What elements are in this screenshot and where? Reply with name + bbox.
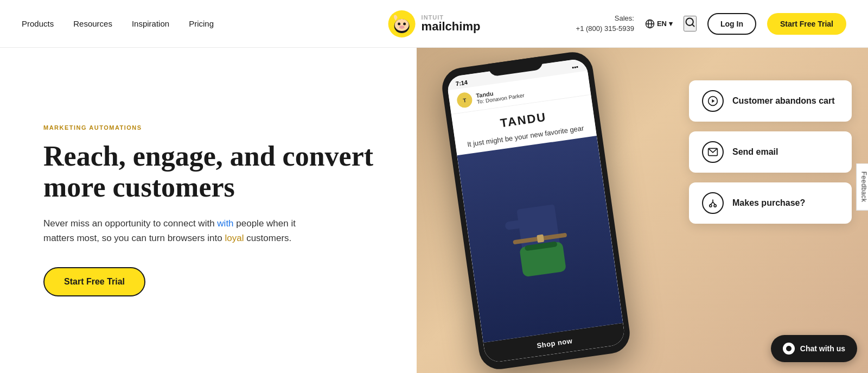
play-circle-icon bbox=[707, 96, 718, 106]
automation-card-purchase[interactable]: Makes purchase? bbox=[689, 182, 852, 224]
search-button[interactable] bbox=[684, 16, 697, 31]
svg-point-2 bbox=[395, 19, 409, 31]
email-meta: Tandu To: Donavon Parker bbox=[476, 86, 525, 105]
envelope-icon bbox=[707, 147, 718, 157]
nav-resources[interactable]: Resources bbox=[73, 19, 112, 28]
hero-heading: Reach, engage, and convert more customer… bbox=[43, 141, 384, 203]
sales-info: Sales: +1 (800) 315-5939 bbox=[576, 14, 634, 33]
mailchimp-logo-icon bbox=[388, 10, 416, 38]
card-email-label: Send email bbox=[732, 147, 778, 157]
tandu-brand: TANDU bbox=[500, 110, 547, 131]
logo-text: INTUIT mailchimp bbox=[422, 15, 481, 33]
nav-products[interactable]: Products bbox=[22, 19, 54, 28]
lang-label: EN bbox=[657, 20, 667, 28]
main-nav: Products Resources Inspiration Pricing bbox=[22, 19, 214, 28]
nav-inspiration[interactable]: Inspiration bbox=[132, 19, 169, 28]
nav-pricing[interactable]: Pricing bbox=[189, 19, 214, 28]
hero-left-panel: MARKETING AUTOMATIONS Reach, engage, and… bbox=[0, 48, 417, 373]
svg-point-4 bbox=[403, 22, 406, 25]
automation-cards: Customer abandons cart Send email bbox=[689, 80, 852, 224]
feedback-tab[interactable]: Feedback bbox=[857, 163, 868, 210]
lang-chevron-icon: ▾ bbox=[669, 20, 673, 28]
email-avatar: T bbox=[456, 92, 474, 109]
chat-dot-inner bbox=[786, 346, 792, 351]
sales-label: Sales: bbox=[576, 14, 634, 23]
svg-point-24 bbox=[714, 205, 716, 207]
phone-time: 7:14 bbox=[455, 79, 468, 87]
main-content: MARKETING AUTOMATIONS Reach, engage, and… bbox=[0, 48, 868, 373]
section-label: MARKETING AUTOMATIONS bbox=[43, 124, 384, 131]
chat-dot-icon bbox=[783, 343, 795, 355]
branch-icon bbox=[702, 192, 724, 214]
svg-point-3 bbox=[398, 22, 400, 25]
svg-rect-16 bbox=[537, 235, 544, 243]
mail-icon bbox=[702, 141, 724, 163]
svg-line-22 bbox=[713, 202, 715, 204]
language-selector[interactable]: EN ▾ bbox=[645, 19, 673, 29]
chat-button[interactable]: Chat with us bbox=[771, 335, 857, 362]
search-icon bbox=[685, 17, 695, 28]
card-cart-label: Customer abandons cart bbox=[732, 96, 834, 106]
start-trial-main-button[interactable]: Start Free Trial bbox=[43, 267, 145, 296]
highlight-with: with bbox=[217, 218, 233, 229]
product-visual bbox=[484, 179, 596, 300]
card-purchase-label: Makes purchase? bbox=[732, 198, 805, 208]
hero-right-panel: 7:14 ▪▪▪ T Tandu To: Donavon Parker bbox=[417, 48, 868, 373]
svg-point-5 bbox=[399, 26, 405, 29]
header-right: Sales: +1 (800) 315-5939 EN ▾ Log In Sta… bbox=[576, 13, 846, 35]
play-icon bbox=[702, 90, 724, 112]
svg-marker-18 bbox=[712, 99, 714, 103]
svg-line-21 bbox=[711, 202, 713, 204]
start-trial-header-button[interactable]: Start Free Trial bbox=[767, 13, 846, 35]
main-header: Products Resources Inspiration Pricing I… bbox=[0, 0, 868, 48]
fork-icon bbox=[707, 198, 718, 208]
automation-card-cart[interactable]: Customer abandons cart bbox=[689, 80, 852, 122]
phone-email-body: TANDU It just might be your new favorite… bbox=[451, 95, 626, 364]
highlight-loyal: loyal bbox=[225, 233, 244, 243]
logo[interactable]: INTUIT mailchimp bbox=[388, 10, 481, 38]
globe-icon bbox=[645, 19, 655, 29]
email-product-image bbox=[457, 136, 623, 343]
phone-icons: ▪▪▪ bbox=[571, 64, 578, 71]
hero-subtext: Never miss an opportunity to connect wit… bbox=[43, 216, 304, 245]
login-button[interactable]: Log In bbox=[707, 13, 756, 35]
svg-point-23 bbox=[710, 205, 712, 207]
sales-phone[interactable]: +1 (800) 315-5939 bbox=[576, 24, 634, 34]
logo-mailchimp: mailchimp bbox=[422, 21, 481, 33]
chat-label: Chat with us bbox=[800, 344, 845, 353]
svg-line-10 bbox=[692, 24, 694, 27]
automation-card-email[interactable]: Send email bbox=[689, 131, 852, 173]
